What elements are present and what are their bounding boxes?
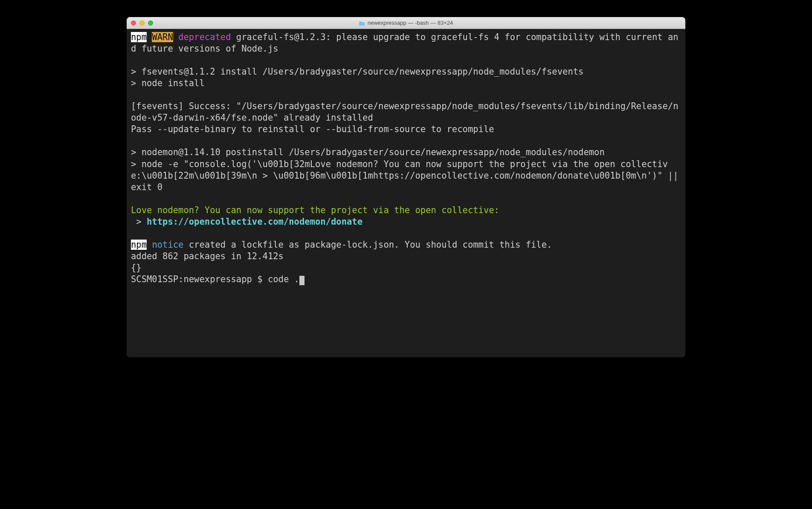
output-line: created a lockfile as package-lock.json.…: [183, 240, 552, 250]
output-line: Pass --update-binary to reinstall or --b…: [131, 124, 494, 134]
cursor: [299, 276, 304, 285]
deprecated-label: deprecated: [178, 32, 231, 42]
terminal-output[interactable]: npm WARN deprecated graceful-fs@1.2.3: p…: [127, 29, 685, 357]
window-title: newexpressapp — -bash — 83×24: [127, 20, 685, 26]
output-line: added 862 packages in 12.412s: [131, 251, 284, 261]
nodemon-message: Love nodemon? You can now support the pr…: [131, 205, 499, 215]
notice-label: notice: [152, 240, 183, 250]
warn-badge: WARN: [152, 32, 173, 42]
output-line: > node -e "console.log('\u001b[32mLove n…: [131, 159, 684, 192]
command-input[interactable]: code .: [268, 274, 299, 284]
maximize-icon[interactable]: [148, 20, 153, 26]
output-line: {}: [131, 263, 142, 273]
output-line: > fsevents@1.1.2 install /Users/bradygas…: [131, 67, 583, 77]
npm-badge: npm: [131, 32, 147, 42]
minimize-icon[interactable]: [139, 20, 145, 26]
output-line: > nodemon@1.14.10 postinstall /Users/bra…: [131, 147, 605, 157]
output-line: > node install: [131, 78, 205, 88]
shell-prompt: SCSM01SSP:newexpressapp $: [131, 274, 268, 284]
terminal-window: newexpressapp — -bash — 83×24 npm WARN d…: [127, 17, 685, 357]
donate-link[interactable]: https://opencollective.com/nodemon/donat…: [147, 217, 362, 227]
window-title-text: newexpressapp — -bash — 83×24: [368, 20, 453, 26]
close-icon[interactable]: [131, 20, 136, 26]
link-prefix: >: [131, 217, 147, 227]
traffic-lights: [131, 20, 153, 26]
titlebar[interactable]: newexpressapp — -bash — 83×24: [127, 17, 685, 29]
folder-icon: [359, 20, 365, 25]
npm-badge: npm: [131, 240, 147, 250]
output-line: [fsevents] Success: "/Users/bradygaster/…: [131, 101, 679, 123]
